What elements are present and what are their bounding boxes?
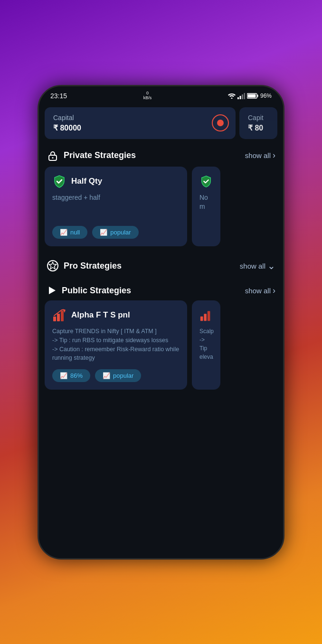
status-time: 23:15	[50, 92, 67, 100]
capital-label-1: Capital	[53, 114, 227, 121]
public-title-row: Public Strategies	[47, 285, 131, 296]
private-strategy-scroll: Half Qty staggered + half 📈 null 📈 popul…	[39, 167, 283, 247]
svg-rect-15	[61, 311, 64, 321]
shield-check-icon	[52, 174, 66, 188]
public-show-all-button[interactable]: show all ›	[245, 286, 275, 296]
alpha-fts-header-2	[199, 308, 213, 322]
pro-title-row: Pro Strategies	[47, 260, 122, 272]
phone-frame: 23:15 0 kB/s 96%	[38, 85, 284, 560]
phone-content[interactable]: Capital ₹ 80000 Capit ₹ 80 P	[39, 103, 283, 560]
private-chevron-icon: ›	[273, 150, 275, 160]
svg-rect-6	[257, 94, 258, 97]
pro-show-all-label: show all	[240, 262, 265, 270]
status-data-speed: 0 kB/s	[143, 91, 152, 101]
svg-point-0	[231, 97, 232, 99]
trend-up-icon-86: 📈	[60, 372, 67, 379]
pro-show-all-button[interactable]: show all ⌄	[240, 260, 275, 271]
tag-popular-public-label: popular	[113, 372, 133, 379]
capital-row: Capital ₹ 80000 Capit ₹ 80	[39, 103, 283, 143]
svg-rect-4	[244, 93, 245, 99]
alpha-fts-name: Alpha F T S pnl	[71, 310, 130, 320]
svg-rect-17	[200, 317, 203, 321]
private-title-row: Private Strategies	[47, 149, 136, 162]
public-show-all-label: show all	[245, 287, 271, 295]
alpha-fts-tags: 📈 86% 📈 popular	[52, 369, 180, 382]
public-strategy-scroll: Alpha F T S pnl Capture TRENDS in Nifty …	[39, 300, 283, 390]
alpha-fts2-partial: Scalp-> Tipeleva	[199, 327, 213, 361]
svg-rect-1	[237, 97, 239, 99]
capital-label-2: Capit	[248, 114, 269, 121]
private-show-all-label: show all	[245, 151, 271, 159]
battery-percent: 96%	[260, 93, 272, 99]
capital-card-2: Capit ₹ 80	[239, 107, 277, 139]
play-icon	[47, 285, 57, 296]
strategy-card-halfqty[interactable]: Half Qty staggered + half 📈 null 📈 popul…	[45, 167, 187, 247]
capital-value-1: ₹ 80000	[53, 123, 227, 132]
pro-section-header: Pro Strategies show all ⌄	[39, 253, 283, 277]
strategy-card-halfqty-header: Half Qty	[52, 174, 180, 188]
battery-icon	[247, 93, 258, 99]
svg-rect-19	[208, 311, 210, 321]
tag-popular-private[interactable]: 📈 popular	[92, 226, 138, 239]
svg-marker-12	[49, 287, 56, 294]
capital-card-1: Capital ₹ 80000	[45, 107, 236, 139]
svg-point-9	[52, 157, 54, 159]
strategy-nom-desc: No m	[199, 193, 213, 212]
star-icon	[47, 260, 59, 272]
svg-marker-11	[49, 262, 57, 269]
alpha-fts-header: Alpha F T S pnl	[52, 308, 180, 322]
private-show-all-button[interactable]: show all ›	[245, 150, 275, 160]
public-section-title: Public Strategies	[62, 286, 131, 296]
alpha-fts-description: Capture TRENDS in Nifty [ ITM & ATM ] ->…	[52, 327, 180, 363]
wifi-icon	[228, 93, 236, 99]
tag-null[interactable]: 📈 null	[52, 226, 87, 239]
public-section-header: Public Strategies show all ›	[39, 279, 283, 300]
strategy-halfqty-name: Half Qty	[71, 177, 102, 186]
status-icons: 96%	[228, 93, 272, 99]
trend-up-icon-popular-public: 📈	[103, 372, 110, 379]
strategy-card-nom-header	[199, 174, 213, 188]
capital-value-2: ₹ 80	[248, 123, 269, 132]
trend-up-icon-popular: 📈	[100, 229, 107, 236]
strategy-halfqty-tags: 📈 null 📈 popular	[52, 226, 180, 239]
status-bar: 23:15 0 kB/s 96%	[39, 86, 283, 103]
svg-rect-3	[242, 94, 243, 99]
signal-icon	[237, 93, 245, 99]
tag-popular-public[interactable]: 📈 popular	[95, 369, 141, 382]
bar-chart-icon-2	[199, 308, 213, 322]
svg-rect-2	[239, 96, 241, 99]
strategy-halfqty-desc: staggered + half	[52, 193, 180, 203]
bar-chart-icon	[52, 308, 66, 322]
private-section-title: Private Strategies	[64, 150, 136, 160]
strategy-card-nom[interactable]: No m	[192, 167, 220, 247]
shield-check-icon-2	[199, 174, 213, 188]
svg-rect-13	[53, 317, 56, 321]
trend-up-icon-null: 📈	[60, 229, 67, 236]
tag-popular-private-label: popular	[110, 229, 131, 236]
alpha-fts-card[interactable]: Alpha F T S pnl Capture TRENDS in Nifty …	[45, 300, 187, 390]
svg-rect-14	[57, 314, 60, 321]
public-chevron-icon: ›	[273, 286, 275, 296]
svg-rect-18	[204, 314, 207, 321]
tag-86[interactable]: 📈 86%	[52, 369, 90, 382]
svg-rect-7	[247, 94, 256, 97]
tag-null-label: null	[70, 229, 80, 236]
pro-section-title: Pro Strategies	[64, 261, 122, 271]
record-button[interactable]	[212, 114, 229, 131]
private-section-header: Private Strategies show all ›	[39, 143, 283, 167]
record-dot	[217, 120, 224, 126]
tag-86-label: 86%	[70, 372, 83, 379]
pro-chevron-icon: ⌄	[267, 260, 275, 271]
alpha-fts-card-2[interactable]: Scalp-> Tipeleva	[192, 300, 220, 390]
lock-icon	[47, 149, 59, 162]
